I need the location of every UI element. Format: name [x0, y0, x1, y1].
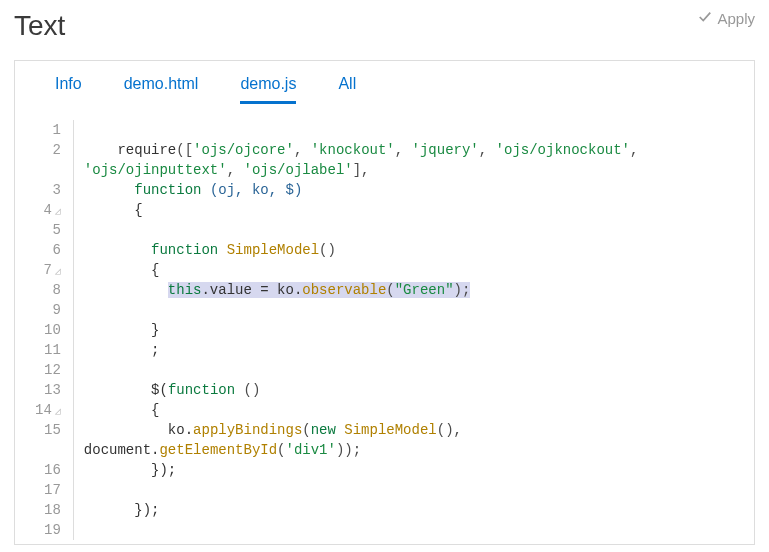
check-icon	[698, 10, 712, 27]
tab-demojs[interactable]: demo.js	[240, 75, 296, 104]
code-line: function (oj, ko, $)	[84, 180, 734, 200]
fold-icon[interactable]: ◿	[55, 266, 61, 277]
code-line	[84, 480, 734, 500]
code-line: require(['ojs/ojcore', 'knockout', 'jque…	[84, 140, 734, 180]
code-body: require(['ojs/ojcore', 'knockout', 'jque…	[73, 120, 734, 540]
apply-label: Apply	[717, 10, 755, 27]
code-line: {	[84, 260, 734, 280]
tab-all[interactable]: All	[338, 75, 356, 104]
code-line: ko.applyBindings(new SimpleModel(), docu…	[84, 420, 734, 460]
line-number-gutter: 1 2 3 4◿ 5 6 7◿ 8 9 10 11 12 13 14◿ 15 1…	[35, 120, 73, 540]
code-line: });	[84, 460, 734, 480]
fold-icon[interactable]: ◿	[55, 406, 61, 417]
code-line	[84, 520, 734, 540]
code-line: this.value = ko.observable("Green");	[84, 280, 734, 300]
tab-demohtml[interactable]: demo.html	[124, 75, 199, 104]
code-line: {	[84, 200, 734, 220]
code-line: $(function ()	[84, 380, 734, 400]
code-line: });	[84, 500, 734, 520]
tab-info[interactable]: Info	[55, 75, 82, 104]
code-editor[interactable]: 1 2 3 4◿ 5 6 7◿ 8 9 10 11 12 13 14◿ 15 1…	[35, 120, 734, 540]
code-line: }	[84, 320, 734, 340]
code-line	[84, 220, 734, 240]
code-panel: Info demo.html demo.js All 1 2 3 4◿ 5 6 …	[14, 60, 755, 545]
code-line: function SimpleModel()	[84, 240, 734, 260]
code-line	[84, 120, 734, 140]
tab-bar: Info demo.html demo.js All	[35, 75, 734, 104]
code-line	[84, 360, 734, 380]
code-line	[84, 300, 734, 320]
fold-icon[interactable]: ◿	[55, 206, 61, 217]
page-title: Text	[14, 10, 65, 42]
apply-button[interactable]: Apply	[698, 10, 755, 27]
code-line: ;	[84, 340, 734, 360]
code-line: {	[84, 400, 734, 420]
